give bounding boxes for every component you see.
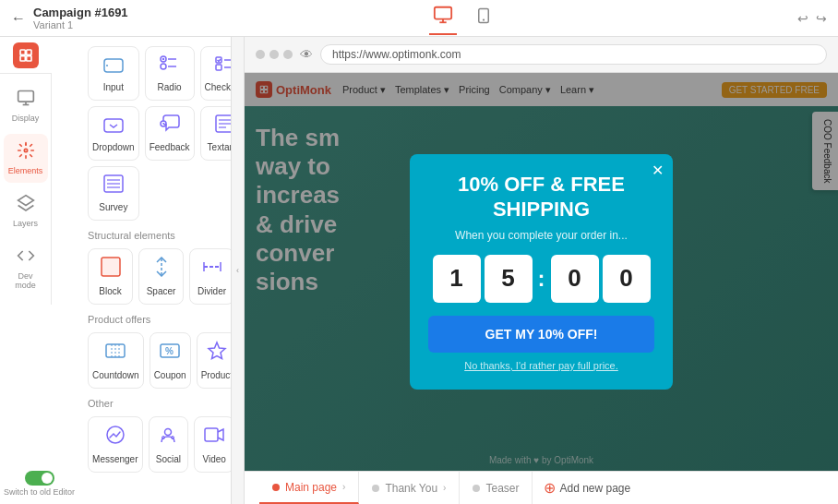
website-preview: OptiMonk Product ▾ Templates ▾ Pricing C… — [245, 73, 838, 471]
top-bar-right: ↩ ↪ — [797, 11, 827, 26]
popup: ✕ 10% OFF & FREE SHIPPING When you compl… — [410, 154, 673, 390]
svg-rect-36 — [102, 258, 120, 276]
countdown-digit-1: 1 — [433, 255, 481, 303]
countdown-label: Countdown — [92, 370, 139, 380]
browser-url: https://www.optimonk.com — [320, 44, 827, 65]
tab-teaser-label: Teaser — [485, 482, 519, 495]
desktop-view-button[interactable] — [429, 1, 457, 35]
svg-rect-6 — [27, 50, 31, 54]
layers-label: Layers — [13, 219, 38, 228]
product-grid: Countdown % Coupon Product — [88, 332, 234, 389]
nav-items: Display Elements Layers — [0, 74, 52, 305]
countdown-icon — [105, 341, 126, 366]
undo-button[interactable]: ↩ — [797, 11, 808, 26]
tab-thank-you[interactable]: Thank You › — [359, 472, 460, 504]
svg-point-47 — [165, 429, 172, 436]
svg-rect-0 — [435, 7, 451, 19]
top-bar: ← Campaign #1691 Variant 1 ↩ ↪ — [0, 0, 838, 37]
bottom-bar: Main page › Thank You › Teaser ⊕ Add new… — [245, 471, 838, 504]
elements-label: Elements — [8, 166, 43, 175]
tab-dot-thankyou — [372, 485, 379, 492]
element-block[interactable]: Block — [88, 248, 133, 305]
element-radio[interactable]: Radio — [145, 46, 195, 101]
sidebar: Display Elements Layers — [0, 37, 245, 504]
devmode-label: Dev mode — [7, 271, 44, 290]
dropdown-label: Dropdown — [92, 142, 135, 152]
element-divider[interactable]: Divider — [189, 248, 234, 305]
popup-title: 10% OFF & FREE SHIPPING — [428, 173, 654, 222]
element-dropdown[interactable]: Dropdown — [88, 106, 139, 161]
elements-panel-wrapper: Input Radio Checkbox — [78, 37, 244, 504]
add-page-label: Add new page — [559, 482, 630, 495]
element-survey[interactable]: Survey — [88, 166, 139, 221]
tab-main-page[interactable]: Main page › — [259, 472, 359, 504]
element-social[interactable]: Social — [149, 416, 189, 473]
element-input[interactable]: Input — [88, 46, 139, 101]
browser-eye-icon: 👁 — [300, 47, 313, 62]
svg-rect-26 — [104, 119, 123, 132]
element-messenger[interactable]: Messenger — [88, 416, 142, 473]
sidebar-item-devmode[interactable]: Dev mode — [4, 239, 48, 297]
popup-cta-button[interactable]: GET MY 10% OFF! — [428, 316, 654, 353]
product-section-title: Product offers — [88, 314, 234, 325]
divider-label: Divider — [198, 286, 226, 296]
element-countdown[interactable]: Countdown — [88, 332, 144, 389]
element-feedback[interactable]: Feedback — [145, 106, 195, 161]
block-icon — [101, 257, 121, 282]
svg-point-20 — [161, 64, 166, 69]
mobile-view-button[interactable] — [472, 2, 496, 34]
social-label: Social — [156, 454, 181, 464]
sidebar-item-display[interactable]: Display — [4, 81, 48, 130]
element-coupon[interactable]: % Coupon — [150, 332, 191, 389]
element-video[interactable]: Video — [194, 416, 234, 473]
sidebar-item-elements[interactable]: Elements — [4, 134, 48, 183]
panel-collapse-handle[interactable]: ‹ — [231, 37, 244, 504]
svg-point-18 — [162, 58, 163, 60]
basic-elements-grid: Input Radio Checkbox — [88, 46, 234, 221]
survey-icon — [103, 174, 124, 198]
product-icon — [207, 341, 227, 366]
countdown-separator: : — [536, 266, 547, 292]
campaign-info: Campaign #1691 Variant 1 — [33, 6, 128, 30]
redo-button[interactable]: ↪ — [816, 11, 827, 26]
popup-subtitle: When you complete your order in... — [428, 229, 654, 242]
browser-dot-green — [283, 50, 293, 59]
svg-rect-8 — [27, 55, 31, 60]
add-new-page-button[interactable]: ⊕ Add new page — [533, 472, 641, 504]
elements-panel: Input Radio Checkbox — [78, 37, 244, 489]
popup-overlay: ✕ 10% OFF & FREE SHIPPING When you compl… — [245, 73, 838, 471]
top-bar-left: ← Campaign #1691 Variant 1 — [11, 6, 128, 30]
tab-teaser[interactable]: Teaser — [460, 472, 533, 504]
svg-point-12 — [24, 149, 27, 151]
countdown-digit-2: 5 — [485, 255, 533, 303]
svg-marker-14 — [18, 196, 33, 206]
sidebar-item-layers[interactable]: Layers — [4, 186, 48, 235]
popup-close-button[interactable]: ✕ — [652, 162, 664, 179]
structural-section-title: Structural elements — [88, 230, 234, 241]
element-spacer[interactable]: Spacer — [138, 248, 184, 305]
dropdown-icon — [103, 114, 124, 138]
feedback-icon — [160, 114, 180, 138]
svg-text:%: % — [165, 346, 174, 356]
sidebar-nav: Display Elements Layers — [0, 37, 78, 504]
countdown-digit-4: 0 — [603, 255, 651, 303]
tab-main-chevron: › — [342, 482, 345, 492]
popup-decline-button[interactable]: No thanks, I'd rather pay full price. — [428, 360, 654, 371]
browser-dot-yellow — [269, 50, 279, 59]
video-icon — [204, 425, 224, 450]
structural-grid: Block Spacer Divider — [88, 248, 234, 305]
browser-dot-red — [256, 50, 265, 59]
variant-label: Variant 1 — [33, 19, 128, 30]
switch-toggle — [25, 471, 54, 486]
elements-icon — [17, 141, 35, 164]
canvas-area: 👁 https://www.optimonk.com OptiMonk Prod… — [245, 37, 838, 504]
campaign-title: Campaign #1691 — [33, 6, 128, 19]
switch-editor[interactable]: Switch to old Editor — [0, 463, 78, 504]
back-button[interactable]: ← — [11, 10, 26, 27]
other-section-title: Other — [88, 398, 234, 409]
social-icon — [158, 425, 178, 450]
svg-marker-45 — [209, 342, 225, 359]
browser-dots — [256, 50, 293, 59]
spacer-label: Spacer — [147, 286, 176, 296]
messenger-label: Messenger — [92, 454, 138, 464]
